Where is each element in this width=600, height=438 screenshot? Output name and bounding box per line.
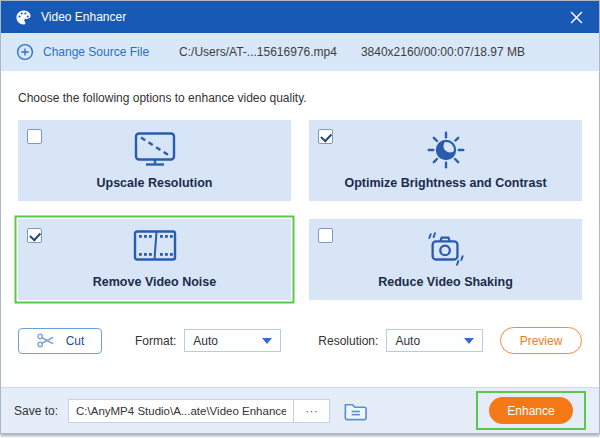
main-panel: Choose the following options to enhance … — [1, 71, 599, 387]
save-path-input[interactable] — [68, 399, 294, 423]
title-bar: Video Enhancer — [1, 1, 599, 33]
palette-icon — [15, 9, 32, 26]
film-noise-icon — [133, 229, 177, 262]
upscale-resolution-checkbox[interactable] — [27, 129, 42, 144]
resolution-label: Resolution: — [318, 334, 378, 348]
format-select[interactable]: Auto — [184, 329, 281, 352]
cut-button[interactable]: Cut — [18, 328, 102, 354]
optimize-brightness-checkbox[interactable] — [318, 129, 333, 144]
folder-icon — [343, 400, 368, 422]
chevron-down-icon — [262, 338, 272, 344]
option-card-reduce-video-shaking[interactable]: Reduce Video Shaking — [309, 219, 582, 300]
reduce-video-shaking-checkbox[interactable] — [318, 228, 333, 243]
camera-shake-icon — [425, 229, 467, 269]
format-label: Format: — [135, 334, 176, 348]
resolution-value: Auto — [395, 334, 420, 348]
enhance-highlight-box: Enhance — [476, 391, 586, 430]
cut-label: Cut — [66, 334, 85, 348]
video-enhancer-dialog: Video Enhancer Change Source File C:/Use… — [0, 0, 600, 434]
open-folder-button[interactable] — [343, 400, 368, 422]
option-card-grid: Upscale Resolution — [18, 120, 582, 300]
source-file-path: C:/Users/AT-...15616976.mp4 — [179, 45, 337, 59]
option-card-upscale-resolution[interactable]: Upscale Resolution — [18, 120, 291, 201]
option-card-remove-video-noise[interactable]: Remove Video Noise — [18, 219, 291, 300]
source-file-info: 3840x2160/00:00:07/18.97 MB — [361, 45, 525, 59]
format-value: Auto — [193, 334, 218, 348]
change-source-file-button[interactable]: Change Source File — [16, 43, 149, 61]
footer-bar: Save to: ··· Enhance — [1, 387, 599, 433]
card-label: Remove Video Noise — [93, 275, 216, 289]
save-to-label: Save to: — [14, 404, 58, 418]
browse-button[interactable]: ··· — [293, 399, 330, 423]
source-file-bar: Change Source File C:/Users/AT-...156169… — [1, 33, 599, 71]
scissors-icon — [36, 332, 56, 349]
preview-button[interactable]: Preview — [500, 327, 582, 354]
change-source-file-label: Change Source File — [43, 45, 149, 59]
window-title: Video Enhancer — [41, 10, 126, 24]
card-label: Upscale Resolution — [97, 176, 213, 190]
card-label: Reduce Video Shaking — [378, 275, 513, 289]
monitor-upscale-icon — [133, 130, 177, 167]
enhance-button[interactable]: Enhance — [489, 397, 573, 424]
remove-video-noise-checkbox[interactable] — [27, 228, 42, 243]
card-label: Optimize Brightness and Contrast — [344, 176, 546, 190]
resolution-select[interactable]: Auto — [386, 329, 483, 352]
circle-plus-icon — [16, 43, 34, 61]
chevron-down-icon — [464, 338, 474, 344]
controls-row: Cut Format: Auto Resolution: Auto Previe… — [18, 327, 582, 354]
brightness-contrast-icon — [426, 130, 466, 170]
option-card-optimize-brightness-contrast[interactable]: Optimize Brightness and Contrast — [309, 120, 582, 201]
instruction-text: Choose the following options to enhance … — [18, 91, 582, 105]
close-icon[interactable] — [567, 8, 585, 26]
